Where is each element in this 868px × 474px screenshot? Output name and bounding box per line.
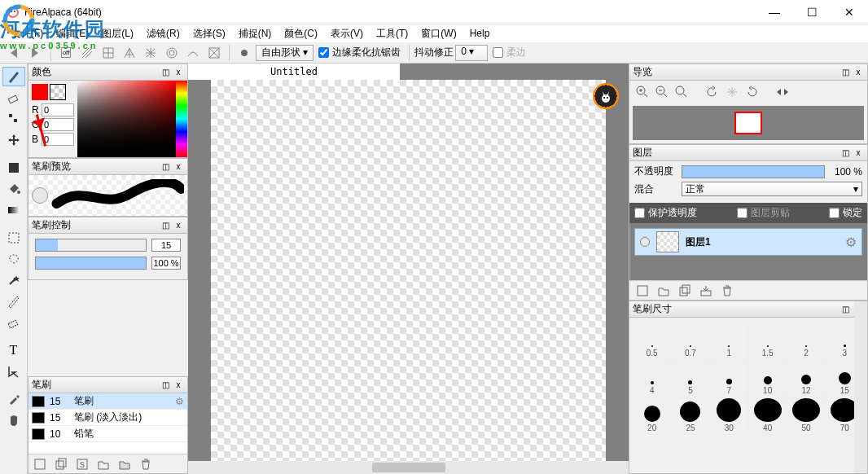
close-icon[interactable]: x [853,67,864,78]
dock-icon[interactable]: ◫ [840,304,851,315]
brush-size-cell[interactable]: 7 [710,360,748,397]
color-field[interactable] [77,81,176,157]
snap-radial-icon[interactable] [141,43,160,63]
brush-size-cell[interactable]: 0.5 [633,323,671,360]
operation-tool-icon[interactable] [2,362,25,381]
rotate-right-icon[interactable] [745,86,758,101]
lock-checkbox[interactable]: 锁定 [829,206,862,220]
close-icon[interactable]: x [853,147,864,159]
dock-icon[interactable]: ◫ [160,67,171,78]
gear-icon[interactable]: ⚙ [845,235,857,250]
dock-icon[interactable]: ◫ [160,161,171,173]
document-tab[interactable]: Untitled [188,64,400,80]
layer-blend-select[interactable]: 正常▾ [682,182,862,196]
dock-icon[interactable]: ◫ [840,147,851,159]
eraser-tool-icon[interactable] [2,88,25,108]
shape-dot-icon[interactable] [235,43,254,63]
snap-off-icon[interactable]: off [56,43,76,63]
close-icon[interactable]: x [173,220,184,231]
shape-mode-select[interactable]: 自由形状 ▾ [256,45,313,61]
menu-item[interactable]: 编辑(E) [50,25,95,42]
delete-brush-icon[interactable] [139,458,152,471]
brush-size-cell[interactable]: 0.7 [671,323,709,360]
add-brush-icon[interactable] [33,458,46,471]
minimize-button[interactable]: — [756,0,793,24]
foreground-color-swatch[interactable] [32,84,48,100]
menu-item[interactable]: 窗口(W) [414,25,462,42]
dock-icon[interactable]: ◫ [160,380,171,391]
hand-tool-icon[interactable] [2,410,25,430]
layer-item[interactable]: 图层1⚙ [634,228,862,256]
softedge-checkbox[interactable]: 柔边 [493,46,526,59]
brush-list-item[interactable]: 15笔刷⚙ [28,393,187,410]
stabilizer-select[interactable]: 0 ▾ [455,45,488,61]
brush-size-cell[interactable]: 12 [787,360,825,397]
hue-slider[interactable] [176,81,187,157]
select-lasso-tool-icon[interactable] [2,249,25,269]
dot-tool-icon[interactable] [2,109,25,129]
close-icon[interactable]: x [173,161,184,173]
brush-size-cell[interactable]: 50 [787,397,825,435]
brush-size-scrollbar[interactable] [854,301,867,473]
brush-size-cell[interactable]: 2 [787,323,825,360]
menu-item[interactable]: 图层(L) [95,25,140,42]
fill-tool-icon[interactable] [2,158,25,178]
close-icon[interactable]: x [173,67,184,78]
merge-layer-icon[interactable] [699,284,712,297]
magic-wand-tool-icon[interactable] [2,270,25,290]
menu-item[interactable]: 滤镜(R) [140,25,186,42]
menu-item[interactable]: 工具(T) [370,25,414,42]
flip-icon[interactable] [776,86,791,100]
clipping-checkbox[interactable]: 图层剪贴 [737,206,790,220]
snap-grid-icon[interactable] [99,43,118,63]
nav-back-icon[interactable] [5,43,24,63]
antialias-checkbox[interactable]: 边缘柔化抗锯齿 [318,46,401,59]
brush-opacity-slider[interactable] [35,257,147,270]
canvas[interactable] [211,80,606,461]
brush-size-cell[interactable]: 4 [633,360,671,397]
close-icon[interactable]: x [173,380,184,391]
brush-size-value[interactable]: 15 [151,239,181,252]
color-g-input[interactable] [42,118,74,131]
protect-alpha-checkbox[interactable]: 保护透明度 [634,206,697,220]
layer-opacity-slider[interactable] [682,165,825,178]
duplicate-brush-icon[interactable] [55,458,68,471]
zoom-in-icon[interactable] [636,86,649,101]
horizontal-scrollbar[interactable] [188,461,629,474]
select-rect-tool-icon[interactable] [2,228,25,248]
snap-vanish-icon[interactable] [204,43,224,63]
brush-opacity-value[interactable]: 100 % [151,257,181,270]
rotate-left-icon[interactable] [706,86,719,101]
gradient-tool-icon[interactable] [2,200,25,220]
snap-perspective-icon[interactable] [120,43,139,63]
gear-icon[interactable]: ⚙ [175,396,184,407]
menu-item[interactable]: 表示(V) [324,25,370,42]
brush-size-cell[interactable]: 20 [633,397,671,435]
background-color-swatch[interactable] [50,84,66,100]
brush-folder-icon[interactable] [97,458,110,471]
brush-script-icon[interactable]: s [76,458,89,471]
zoom-fit-icon[interactable] [675,86,688,101]
navigator-preview[interactable] [633,106,864,140]
text-tool-icon[interactable]: T [2,340,25,360]
snap-circle-icon[interactable] [162,43,182,63]
select-pen-tool-icon[interactable] [2,292,25,311]
brush-size-cell[interactable]: 5 [671,360,709,397]
menu-item[interactable]: Help [463,26,497,41]
brush-tool-icon[interactable] [2,67,25,86]
color-b-input[interactable] [42,133,74,146]
close-button[interactable]: ✕ [831,0,868,24]
snap-curve-icon[interactable] [183,43,203,63]
brush-size-cell[interactable]: 10 [748,360,787,397]
brush-size-cell[interactable]: 1 [710,323,748,360]
new-layer-icon[interactable] [636,284,649,297]
duplicate-layer-icon[interactable] [678,284,691,297]
snap-parallel-icon[interactable] [77,43,97,63]
brush-size-cell[interactable]: 30 [710,397,748,435]
menu-item[interactable]: 文件(F) [5,25,50,42]
move-tool-icon[interactable] [2,130,25,150]
select-eraser-tool-icon[interactable] [2,313,25,332]
brush-list-item[interactable]: 10铅笔 [28,426,187,442]
brush-size-cell[interactable]: 1.5 [748,323,787,360]
nav-fwd-icon[interactable] [26,43,46,63]
